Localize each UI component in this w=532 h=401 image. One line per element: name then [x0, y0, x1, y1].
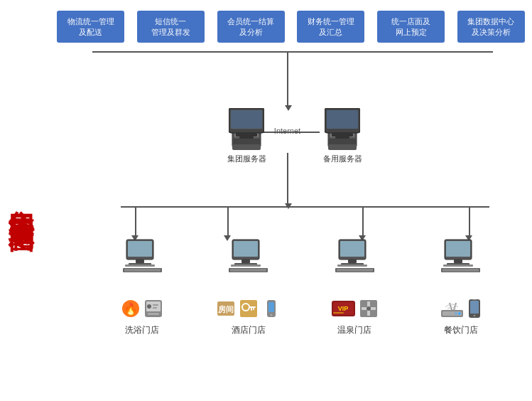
main-server-label: 集团服务器: [227, 154, 266, 164]
svg-rect-42: [230, 269, 266, 272]
svg-rect-13: [232, 139, 261, 144]
line-to-store2: [227, 206, 229, 238]
svg-rect-40: [231, 264, 261, 267]
branch-horizontal-line: [121, 206, 489, 208]
svg-rect-51: [446, 241, 470, 257]
svg-rect-12: [239, 137, 254, 139]
mobile-icon: [467, 299, 482, 319]
server-icon-backup: [325, 108, 360, 151]
box-finance: 财务统一管理及汇总: [297, 11, 364, 43]
svg-rect-9: [231, 110, 262, 129]
svg-rect-35: [124, 269, 161, 272]
svg-rect-90: [470, 301, 479, 314]
store2-devices: 房间: [216, 299, 281, 319]
top-horizontal-line: [92, 51, 493, 53]
svg-rect-49: [337, 269, 373, 272]
computer-icon-store4: [441, 238, 480, 274]
svg-rect-30: [128, 241, 152, 257]
box-booking: 统一店面及网上预定: [377, 11, 445, 43]
server-icon-main: [229, 108, 264, 151]
svg-rect-45: [348, 260, 357, 263]
svg-rect-11: [236, 133, 257, 137]
svg-rect-27: [328, 139, 357, 144]
svg-rect-54: [443, 264, 473, 267]
computer-icon-store2: [229, 238, 268, 274]
svg-point-82: [367, 306, 371, 311]
svg-point-62: [147, 304, 151, 309]
backup-server: 备用服务器: [323, 108, 362, 164]
svg-rect-33: [125, 264, 155, 267]
box-logistics: 物流统一管理及配送: [57, 11, 124, 43]
phone-icon: [261, 299, 281, 319]
svg-rect-26: [335, 137, 349, 139]
svg-rect-52: [454, 260, 462, 263]
svg-text:VIP: VIP: [338, 305, 349, 312]
router-icon: [440, 299, 465, 319]
store3-label: 温泉门店: [337, 324, 371, 336]
svg-text:🔥: 🔥: [124, 302, 138, 316]
fire-icon: 🔥: [121, 299, 141, 319]
main-server: 集团服务器: [227, 108, 266, 164]
svg-rect-37: [234, 241, 258, 257]
line-to-store4: [469, 206, 470, 238]
servers-row: 集团服务器 备用服务器: [71, 108, 518, 164]
store2-label: 酒店门店: [232, 324, 266, 336]
key-icon: [239, 299, 259, 319]
store3-icons: VIP 温泉门店: [312, 299, 397, 336]
main-vertical-line: [287, 153, 288, 206]
computer-icon-store1: [123, 238, 162, 274]
vertical-title: 集团管理结构图: [0, 0, 43, 401]
store4-computer: [418, 238, 504, 274]
box-datacenter: 集团数据中心及决策分析: [457, 11, 525, 43]
svg-rect-28: [328, 144, 357, 150]
store1-icons: 🔥 洗浴门店: [99, 299, 185, 336]
svg-rect-63: [153, 304, 158, 306]
svg-rect-78: [333, 312, 344, 314]
store1-computer: [99, 238, 185, 274]
backup-server-label: 备用服务器: [323, 154, 362, 164]
svg-rect-31: [136, 260, 144, 263]
top-boxes-row: 物流统一管理及配送 短信统一管理及群发 会员统一结算及分析 财务统一管理及汇总 …: [57, 11, 525, 43]
store3-computer: [312, 238, 397, 274]
svg-rect-56: [443, 269, 479, 272]
vip-card-icon: VIP: [331, 299, 356, 319]
top-vertical-line: [287, 51, 288, 108]
store3-devices: VIP: [331, 299, 379, 319]
svg-point-91: [474, 315, 476, 317]
svg-rect-47: [337, 264, 367, 267]
title-text: 集团管理结构图: [9, 191, 34, 210]
svg-rect-71: [251, 308, 252, 311]
line-to-store3: [362, 206, 364, 238]
svg-rect-14: [232, 144, 261, 150]
store4-icons: 餐饮门店: [418, 299, 504, 336]
svg-point-74: [270, 314, 272, 316]
svg-point-86: [455, 312, 457, 315]
svg-rect-73: [268, 302, 274, 312]
main-content: 物流统一管理及配送 短信统一管理及群发 会员统一结算及分析 财务统一管理及汇总 …: [43, 0, 532, 401]
store4-devices: [440, 299, 482, 319]
store1-devices: 🔥: [121, 299, 163, 319]
svg-rect-69: [249, 306, 256, 308]
box-member: 会员统一结算及分析: [217, 11, 285, 43]
store1-label: 洗浴门店: [125, 324, 159, 336]
svg-rect-44: [340, 241, 364, 257]
computer-icon-store3: [335, 238, 374, 274]
svg-rect-24: [327, 110, 358, 129]
svg-rect-64: [153, 307, 157, 309]
line-to-store1: [135, 206, 136, 238]
svg-rect-70: [253, 308, 254, 310]
svg-rect-38: [241, 260, 250, 263]
stores-computers-row: [78, 238, 525, 274]
svg-point-85: [458, 312, 461, 315]
svg-rect-92: [472, 299, 477, 301]
store2-icons: 房间 酒店门店: [206, 299, 291, 336]
turnstile-icon: [359, 299, 379, 319]
store2-computer: [206, 238, 291, 274]
store-icons-row: 🔥 洗浴门店 房间: [78, 299, 525, 336]
access-control-icon: [143, 299, 163, 319]
svg-rect-25: [332, 133, 353, 137]
store4-label: 餐饮门店: [444, 324, 478, 336]
hotel-room-icon: 房间: [216, 299, 236, 319]
svg-text:房间: 房间: [217, 305, 234, 314]
svg-rect-61: [148, 313, 159, 315]
